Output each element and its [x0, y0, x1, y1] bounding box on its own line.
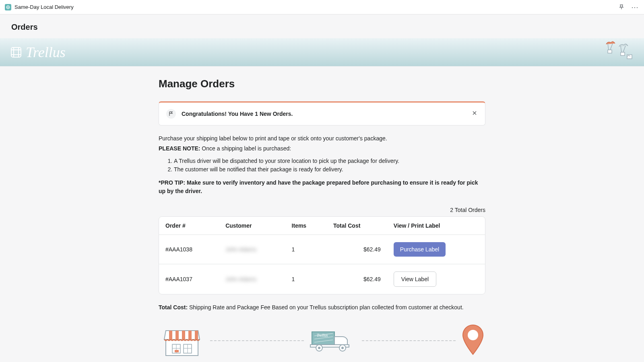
info-please-note: PLEASE NOTE: Once a shipping label is pu… [159, 144, 485, 153]
purchase-label-button[interactable]: Purchase Label [394, 242, 446, 257]
cell-total-cost: $62.49 [327, 264, 387, 294]
info-list-item-1: A Trellus driver will be dispatched to y… [174, 157, 485, 165]
cell-items: 1 [285, 235, 327, 264]
banner-left: Trellus [10, 44, 66, 61]
please-note-label: PLEASE NOTE: [159, 145, 200, 152]
more-icon[interactable]: ⋯ [631, 3, 639, 12]
svg-point-21 [341, 347, 344, 349]
svg-rect-4 [627, 55, 632, 59]
journey-line [362, 340, 456, 341]
delivery-journey: Trellus [159, 323, 485, 358]
page-header: Orders [0, 14, 644, 38]
page-title: Orders [11, 23, 633, 32]
svg-rect-1 [11, 47, 21, 57]
svg-rect-6 [169, 331, 172, 339]
svg-rect-3 [621, 52, 625, 56]
main-title: Manage Orders [159, 78, 485, 90]
app-title: Same-Day Local Delivery [14, 4, 74, 10]
svg-rect-9 [188, 331, 192, 339]
cell-action: View Label [387, 264, 485, 294]
cell-order-num: #AAA1037 [159, 264, 219, 294]
journey-line [210, 340, 304, 341]
parachute-packages-icon [598, 39, 634, 64]
th-view-print: View / Print Label [387, 217, 485, 235]
store-icon [159, 323, 205, 358]
footer-note-label: Total Cost: [159, 304, 188, 311]
close-icon[interactable] [471, 110, 478, 118]
pin-icon[interactable] [618, 4, 625, 10]
th-customer: Customer [219, 217, 285, 235]
info-list: A Trellus driver will be dispatched to y… [159, 157, 485, 174]
orders-table: Order # Customer Items Total Cost View /… [159, 216, 485, 294]
pro-tip: *PRO TIP: Make sure to verify inventory … [159, 179, 485, 195]
topbar-right: ⋯ [618, 3, 639, 12]
table-row: #AAA1037 John Adams 1 $62.49 View Label [159, 264, 485, 294]
brand-banner: Trellus [0, 38, 644, 66]
alert-text: Congratulations! You Have 1 New Orders. [182, 111, 293, 117]
orders-count: 2 Total Orders [159, 207, 485, 213]
svg-point-22 [468, 330, 478, 340]
info-list-item-2: The customer will be notified that their… [174, 165, 485, 174]
svg-rect-10 [195, 331, 198, 339]
svg-rect-2 [608, 50, 612, 53]
topbar: Same-Day Local Delivery ⋯ [0, 0, 644, 14]
cell-customer: John Adams [219, 235, 285, 264]
th-order-num: Order # [159, 217, 219, 235]
truck-icon: Trellus [309, 328, 357, 354]
cell-action: Purchase Label [387, 235, 485, 264]
svg-text:Trellus: Trellus [317, 333, 328, 337]
flag-icon [166, 109, 176, 119]
alert-left: Congratulations! You Have 1 New Orders. [166, 109, 293, 119]
svg-rect-7 [175, 331, 179, 339]
svg-rect-8 [182, 331, 185, 339]
cell-customer: John Adams [219, 264, 285, 294]
svg-rect-13 [175, 350, 179, 352]
content: Manage Orders Congratulations! You Have … [0, 66, 644, 362]
location-pin-icon [460, 324, 485, 358]
cell-total-cost: $62.49 [327, 235, 387, 264]
table-row: #AAA1038 John Adams 1 $62.49 Purchase La… [159, 235, 485, 264]
svg-point-19 [318, 347, 320, 349]
cell-items: 1 [285, 264, 327, 294]
banner-right [598, 39, 634, 65]
footer-note: Total Cost: Shipping Rate and Package Fe… [159, 304, 485, 311]
cell-order-num: #AAA1038 [159, 235, 219, 264]
footer-note-text: Shipping Rate and Package Fee Based on y… [188, 304, 464, 311]
app-icon [5, 4, 11, 10]
brand-name: Trellus [26, 44, 66, 61]
th-total-cost: Total Cost [327, 217, 387, 235]
container: Manage Orders Congratulations! You Have … [159, 78, 485, 358]
svg-rect-5 [166, 339, 198, 356]
alert-banner: Congratulations! You Have 1 New Orders. [159, 101, 485, 125]
view-label-button[interactable]: View Label [394, 272, 436, 287]
topbar-left: Same-Day Local Delivery [5, 4, 74, 10]
brand-logo-icon [10, 46, 23, 59]
info-intro: Purchase your shipping label below to pr… [159, 134, 485, 143]
th-items: Items [285, 217, 327, 235]
please-note-text: Once a shipping label is purchased: [200, 145, 291, 152]
